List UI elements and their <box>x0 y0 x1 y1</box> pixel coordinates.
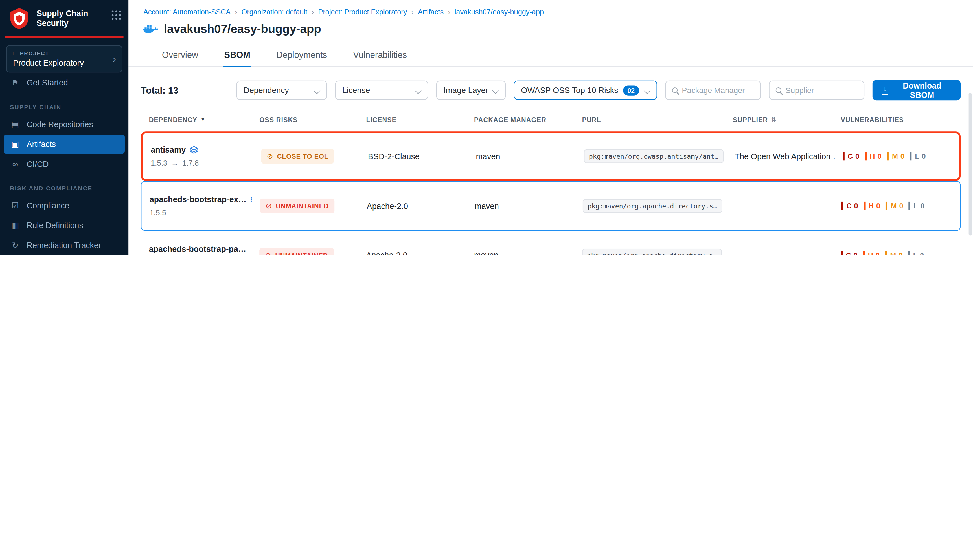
tab-vulnerabilities[interactable]: Vulnerabilities <box>352 44 408 66</box>
purl-value[interactable]: pkg:maven/org.owasp.antisamy/ant… <box>584 150 723 163</box>
filter-group: DependencyLicenseImage LayerOWASP OSS To… <box>236 81 657 100</box>
get-started-icon: ⚑ <box>10 78 20 87</box>
vulnerabilities-cell: C0H0M0L0 <box>833 251 961 255</box>
breadcrumb-link[interactable]: lavakush07/easy-buggy-app <box>455 8 544 15</box>
oss-risk-label: CLOSE TO EOL <box>277 153 328 160</box>
filter-dropdown-license[interactable]: License <box>335 81 428 100</box>
package-manager-cell: maven <box>466 250 574 255</box>
breadcrumb-link[interactable]: Organization: default <box>242 8 307 15</box>
search-input-package-manager[interactable] <box>682 86 754 95</box>
chevron-right-icon: › <box>113 53 116 64</box>
toolbar: Total: 13 DependencyLicenseImage LayerOW… <box>129 67 973 105</box>
search-supplier <box>769 81 864 100</box>
search-input-supplier[interactable] <box>785 86 857 95</box>
app-title: Supply Chain Security <box>37 7 106 29</box>
sidebar-item-remediation-tracker[interactable]: ↻Remediation Tracker <box>4 236 125 255</box>
remediation-tracker-icon: ↻ <box>10 240 20 250</box>
table-row[interactable]: apacheds-bootstrap-pa…1.5.5⊘UNMAINTAINED… <box>141 231 961 255</box>
high-count: H0 <box>863 251 879 255</box>
tab-overview[interactable]: Overview <box>161 44 199 66</box>
breadcrumb-link[interactable]: Project: Product Exploratory <box>318 8 407 15</box>
sidebar: Supply Chain Security □ PROJECT Product … <box>0 0 129 255</box>
artifacts-icon: ▣ <box>10 140 20 149</box>
download-icon: ↓ <box>881 86 888 95</box>
low-count: L0 <box>910 152 926 161</box>
medium-count: M0 <box>887 152 904 161</box>
project-label: □ PROJECT <box>13 50 115 57</box>
upgrade-arrow-icon: → <box>171 159 178 167</box>
download-sbom-button[interactable]: ↓ Download SBOM <box>872 80 961 101</box>
license-cell: Apache-2.0 <box>359 201 467 211</box>
sidebar-item-label: Compliance <box>27 201 69 210</box>
sidebar-item-artifacts[interactable]: ▣Artifacts <box>4 135 125 154</box>
filter-label: Image Layer <box>443 85 488 95</box>
vulnerabilities-cell: C0H0M0L0 <box>835 152 959 161</box>
project-icon: □ <box>13 50 17 57</box>
scrollbar-thumb[interactable] <box>969 93 972 236</box>
sidebar-item-code-repositories[interactable]: ▤Code Repositories <box>4 115 125 134</box>
project-selector[interactable]: □ PROJECT Product Exploratory › <box>6 45 122 73</box>
prohibited-icon: ⊘ <box>267 152 273 161</box>
sidebar-item-label: Rule Definitions <box>27 221 83 230</box>
vulnerabilities-cell: C0H0M0L0 <box>833 202 960 210</box>
low-count: L0 <box>909 202 925 210</box>
high-count: H0 <box>865 152 881 161</box>
prohibited-icon: ⊘ <box>266 202 272 210</box>
purl-cell: pkg:maven/org.apache.directory.s… <box>575 199 725 213</box>
cicd-icon: ∞ <box>10 159 20 168</box>
oss-risk-label: UNMAINTAINED <box>276 202 328 210</box>
supplier-cell: The Open Web Application … <box>727 152 835 161</box>
column-header-oss-risks: OSS RISKS <box>251 116 358 123</box>
tab-sbom[interactable]: SBOM <box>223 44 251 66</box>
dependency-version: 1.5.5 <box>150 208 252 217</box>
purl-value[interactable]: pkg:maven/org.apache.directory.s… <box>582 248 722 255</box>
medium-count: M0 <box>885 251 903 255</box>
sidebar-item-compliance[interactable]: ☑Compliance <box>4 196 125 215</box>
dependency-cell: antisamy1.5.3→1.7.8 <box>143 145 253 167</box>
sidebar-item-get-started[interactable]: ⚑Get Started <box>4 73 125 92</box>
license-cell: BSD-2-Clause <box>360 152 468 161</box>
column-header-vulnerabilities: VULNERABILITIES <box>833 116 961 123</box>
column-header-dependency[interactable]: DEPENDENCY▼ <box>141 116 251 123</box>
sidebar-item-label: Get Started <box>27 78 68 87</box>
critical-count: C0 <box>841 202 858 210</box>
critical-count: C0 <box>841 251 858 255</box>
rule-definitions-icon: ▥ <box>10 221 20 230</box>
package-manager-cell: maven <box>467 201 575 211</box>
dependency-cell: apacheds-bootstrap-pa…1.5.5 <box>141 244 251 255</box>
tab-bar: OverviewSBOMDeploymentsVulnerabilities <box>129 44 973 67</box>
docker-icon <box>143 24 158 35</box>
breadcrumb-link[interactable]: Artifacts <box>418 8 444 15</box>
compliance-icon: ☑ <box>10 201 20 210</box>
table-row[interactable]: apacheds-bootstrap-ex…1.5.5⊘UNMAINTAINED… <box>141 181 961 231</box>
filter-dropdown-dependency[interactable]: Dependency <box>236 81 327 100</box>
sidebar-header: Supply Chain Security <box>5 0 124 38</box>
table-body: antisamy1.5.3→1.7.8⊘CLOSE TO EOLBSD-2-Cl… <box>141 132 961 255</box>
sidebar-item-cicd[interactable]: ∞CI/CD <box>4 155 125 174</box>
app-logo <box>7 7 31 30</box>
prohibited-icon: ⊘ <box>265 251 271 255</box>
column-header-supplier[interactable]: SUPPLIER⇅ <box>725 116 833 123</box>
breadcrumb-link[interactable]: Account: Automation-SSCA <box>143 8 231 15</box>
purl-value[interactable]: pkg:maven/org.apache.directory.s… <box>583 199 722 213</box>
filter-count-badge: 02 <box>623 85 639 95</box>
sidebar-item-label: CI/CD <box>27 159 49 168</box>
main-content: Account: Automation-SSCA›Organization: d… <box>129 0 973 255</box>
filter-dropdown-image-layer[interactable]: Image Layer <box>436 81 505 100</box>
total-count: Total: 13 <box>141 85 178 95</box>
sort-desc-icon: ▼ <box>201 117 206 122</box>
critical-count: C0 <box>843 152 859 161</box>
nav-section-heading-supply-chain: SUPPLY CHAIN <box>0 93 129 114</box>
sidebar-item-label: Remediation Tracker <box>27 240 101 250</box>
project-name: Product Exploratory <box>13 58 115 68</box>
filter-label: Dependency <box>244 85 289 95</box>
filter-dropdown-owasp-oss-top-10-risks[interactable]: OWASP OSS Top 10 Risks02 <box>513 81 657 100</box>
code-repositories-icon: ▤ <box>10 120 20 129</box>
oss-risk-badge: ⊘UNMAINTAINED <box>260 198 334 213</box>
tab-deployments[interactable]: Deployments <box>275 44 328 66</box>
sidebar-item-rule-definitions[interactable]: ▥Rule Definitions <box>4 216 125 235</box>
sidebar-nav: ⚑Get StartedSUPPLY CHAIN▤Code Repositori… <box>0 72 129 255</box>
package-manager-cell: maven <box>468 152 576 161</box>
table-row[interactable]: antisamy1.5.3→1.7.8⊘CLOSE TO EOLBSD-2-Cl… <box>141 132 961 181</box>
module-grid-icon[interactable] <box>112 10 121 20</box>
